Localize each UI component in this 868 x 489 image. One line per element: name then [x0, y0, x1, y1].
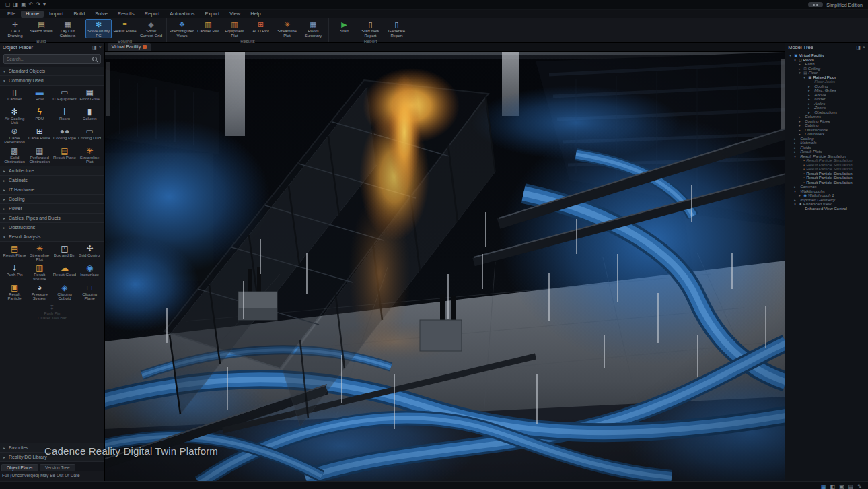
- ribbon-button[interactable]: ▥Cabinet Plot: [195, 19, 221, 38]
- palette-item[interactable]: ▩Solid Obstruction: [2, 145, 27, 164]
- statusbar-icon[interactable]: ▦: [821, 484, 826, 489]
- dock-icon[interactable]: ◨: [92, 45, 97, 51]
- tree-expander[interactable]: ▸: [808, 106, 811, 110]
- close-icon[interactable]: ×: [863, 45, 865, 51]
- palette-item[interactable]: ◈Clipping Cuboid: [52, 282, 77, 301]
- menu-item[interactable]: Report: [140, 11, 165, 18]
- ribbon-button[interactable]: ✻Solve on My PC: [85, 19, 112, 38]
- ribbon-button[interactable]: ≡Result Plane: [112, 19, 138, 38]
- ribbon-button[interactable]: ▤Sketch Walls: [28, 19, 55, 38]
- tree-expander[interactable]: ▸: [799, 132, 802, 136]
- ribbon-button[interactable]: ❖Preconfigured Views: [169, 19, 195, 38]
- palette-item[interactable]: ↧Push Pin: [2, 263, 27, 282]
- tree-expander[interactable]: ▸: [794, 185, 797, 189]
- tree-expander[interactable]: ▾: [789, 53, 793, 57]
- quick-access-icon[interactable]: ↶: [29, 2, 34, 7]
- palette-item[interactable]: ▮Column: [77, 106, 102, 125]
- section-header[interactable]: ▸Cabinets: [0, 176, 104, 185]
- statusbar-icon[interactable]: ◧: [830, 484, 836, 489]
- ribbon-button[interactable]: ▥Equipment Plot: [221, 19, 248, 38]
- palette-item[interactable]: ●●Cooling Pipe: [52, 126, 77, 145]
- tree-expander[interactable]: ▸: [799, 119, 802, 123]
- tree-expander[interactable]: ▾: [794, 154, 797, 158]
- tree-expander[interactable]: ▸: [808, 97, 811, 101]
- menu-item[interactable]: Build: [69, 11, 89, 18]
- tree-expander[interactable]: ▾: [794, 58, 797, 62]
- section-commonly-used[interactable]: ▾ Commonly Used: [0, 76, 104, 86]
- palette-item[interactable]: ☁Result Cloud: [52, 263, 77, 282]
- ribbon-button[interactable]: ✳Streamline Plot: [274, 19, 300, 38]
- palette-item[interactable]: □Clipping Plane: [77, 282, 102, 301]
- ribbon-button[interactable]: ▯Generate Report: [384, 19, 410, 38]
- tree-expander[interactable]: ▸: [794, 150, 797, 154]
- tree-expander[interactable]: ▾: [799, 71, 802, 75]
- palette-item[interactable]: ◳Box and Bin: [52, 243, 77, 262]
- menu-item[interactable]: Import: [44, 11, 68, 18]
- statusbar-icon[interactable]: ▣: [839, 484, 844, 489]
- palette-item[interactable]: ▦Perforated Obstruction: [27, 145, 52, 164]
- quick-access-icon[interactable]: ▣: [21, 2, 26, 7]
- tree-expander[interactable]: ▾: [794, 189, 797, 193]
- ribbon-button[interactable]: ▦Room Summary: [300, 19, 326, 38]
- palette-item[interactable]: ▭Cooling Duct: [77, 126, 102, 145]
- palette-item[interactable]: ▭IT Equipment: [52, 87, 77, 106]
- section-standard-objects[interactable]: ▾ Standard Objects: [0, 67, 104, 76]
- tree-item[interactable]: Enhanced View Control: [787, 207, 868, 211]
- tree-expander[interactable]: ▸: [799, 193, 802, 197]
- palette-item[interactable]: ✻Air Cooling Unit: [2, 106, 27, 125]
- tree-expander[interactable]: ▾: [794, 202, 797, 206]
- tree-expander[interactable]: ▸: [808, 88, 811, 92]
- tree-expander[interactable]: ▸: [799, 123, 802, 127]
- menu-item[interactable]: Help: [246, 11, 265, 18]
- palette-item[interactable]: ▯Cabinet: [2, 87, 27, 106]
- search-input[interactable]: [4, 55, 100, 63]
- tree-expander[interactable]: ▸: [799, 128, 802, 132]
- quick-access-icon[interactable]: ↷: [36, 2, 40, 7]
- menu-item[interactable]: File: [3, 11, 20, 18]
- tree-expander[interactable]: ▾: [803, 75, 807, 79]
- section-header[interactable]: ▸Obstructions: [0, 223, 104, 232]
- ribbon-button[interactable]: ▯Start New Report: [357, 19, 384, 38]
- section-result-analysis[interactable]: ▾ Result Analysis: [0, 232, 104, 242]
- menu-item[interactable]: Animations: [165, 11, 199, 18]
- panel-tab[interactable]: Version Tree: [40, 464, 75, 471]
- tree-expander[interactable]: ▸: [808, 93, 811, 97]
- palette-item[interactable]: ◉Isosurface: [77, 263, 102, 282]
- palette-item[interactable]: ✣Grid Control: [77, 243, 102, 262]
- palette-item[interactable]: ▤Result Plane: [2, 243, 27, 262]
- palette-item[interactable]: IRoom: [52, 106, 77, 125]
- tree-expander[interactable]: ▸: [794, 145, 797, 150]
- section-header[interactable]: ▸Architecture: [0, 166, 104, 176]
- quick-access-icon[interactable]: ▾: [43, 2, 46, 7]
- section-header[interactable]: ▸Power: [0, 204, 104, 214]
- tree-expander[interactable]: ▸: [808, 110, 811, 115]
- search-icon[interactable]: [92, 57, 97, 61]
- tree-expander[interactable]: ▸: [799, 62, 802, 66]
- palette-item[interactable]: ⊛Cable Penetration: [2, 126, 27, 145]
- palette-item[interactable]: ▥Result Volume: [27, 263, 52, 282]
- quick-access-icon[interactable]: ◨: [13, 2, 19, 7]
- palette-item[interactable]: ✳Streamline Plot: [77, 145, 102, 164]
- statusbar-icon[interactable]: ✎: [857, 484, 862, 489]
- tree-expander[interactable]: ▸: [799, 115, 802, 119]
- ribbon-button[interactable]: ▦Lay Out Cabinets: [55, 19, 81, 38]
- dock-icon[interactable]: ◨: [856, 45, 861, 51]
- menu-item[interactable]: Solve: [90, 11, 112, 18]
- ribbon-button[interactable]: ◆Show Current Grid: [138, 19, 164, 38]
- tree-expander[interactable]: ▸: [794, 141, 797, 145]
- palette-item[interactable]: ▤Result Plane: [52, 145, 77, 164]
- menu-item[interactable]: View: [225, 11, 245, 18]
- tree-expander[interactable]: ▸: [794, 137, 797, 141]
- palette-item[interactable]: ⊞Cable Route: [27, 126, 52, 145]
- tree-expander[interactable]: ▸: [799, 67, 802, 71]
- palette-item[interactable]: ϟPDU: [27, 106, 52, 125]
- ribbon-button[interactable]: ⊞ACU Plot: [248, 19, 274, 38]
- tree-expander[interactable]: ▸: [808, 84, 811, 88]
- palette-item[interactable]: ◕Pressure System: [27, 282, 52, 301]
- viewport-3d-scene[interactable]: [105, 52, 785, 481]
- tree-expander[interactable]: ▸: [794, 198, 797, 202]
- section-header[interactable]: ▸Cables, Pipes and Ducts: [0, 214, 104, 223]
- panel-tab[interactable]: Object Placer: [1, 464, 38, 471]
- quick-access-icon[interactable]: ▢: [5, 2, 11, 7]
- menu-item[interactable]: Home: [21, 11, 44, 18]
